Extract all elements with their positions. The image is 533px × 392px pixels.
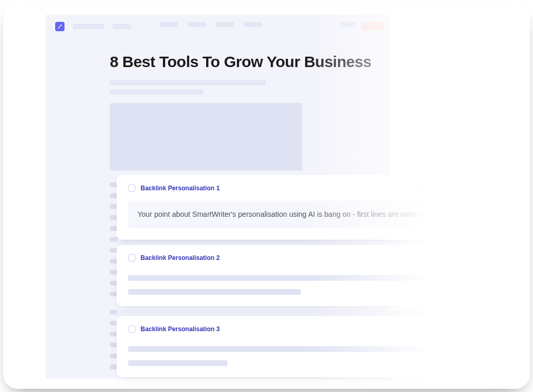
app-frame: 8 Best Tools To Grow Your Business Backl… xyxy=(3,3,530,389)
hero-image-placeholder xyxy=(110,103,302,171)
download-icon[interactable] xyxy=(434,184,442,192)
card-header: Backlink Personalisation 1 xyxy=(128,184,460,192)
nav-right xyxy=(340,22,384,30)
card-header: Backlink Personalisation 2 xyxy=(128,254,460,262)
text-placeholder xyxy=(128,289,301,295)
nav-cta-placeholder[interactable] xyxy=(361,22,384,30)
card-label: Backlink Personalisation 3 xyxy=(141,325,220,333)
card-label: Backlink Personalisation 2 xyxy=(141,254,220,262)
personalisation-card-1: Backlink Personalisation 1 Your point ab… xyxy=(117,175,472,240)
copy-icon[interactable] xyxy=(452,184,460,192)
card-actions xyxy=(416,184,460,192)
personalisation-card-3: Backlink Personalisation 3 xyxy=(117,316,472,377)
card-actions-placeholder xyxy=(428,325,460,333)
card-content: Your point about SmartWriter's personali… xyxy=(128,201,460,228)
select-checkbox[interactable] xyxy=(128,185,135,192)
personalisation-card-2: Backlink Personalisation 2 xyxy=(117,245,472,306)
action-dot[interactable] xyxy=(453,325,460,333)
select-checkbox[interactable] xyxy=(128,254,135,262)
subtitle-placeholder xyxy=(110,89,204,95)
nav-placeholder xyxy=(112,24,131,29)
nav-placeholder xyxy=(244,22,262,27)
select-checkbox[interactable] xyxy=(128,325,135,333)
text-placeholder xyxy=(128,346,460,352)
text-placeholder xyxy=(128,275,460,281)
app-logo-icon[interactable] xyxy=(55,22,65,31)
card-label: Backlink Personalisation 1 xyxy=(141,185,220,192)
regenerate-icon[interactable] xyxy=(416,184,425,192)
action-dot[interactable] xyxy=(453,254,460,262)
card-actions-placeholder xyxy=(428,254,460,262)
action-dot[interactable] xyxy=(440,254,448,262)
nav-placeholder xyxy=(159,22,178,27)
card-header: Backlink Personalisation 3 xyxy=(128,325,460,333)
text-placeholder xyxy=(128,360,227,366)
nav-center xyxy=(159,22,262,27)
action-dot[interactable] xyxy=(440,325,448,333)
svg-rect-1 xyxy=(454,187,458,190)
nav-placeholder xyxy=(340,22,356,27)
nav-placeholder xyxy=(187,22,206,27)
nav-placeholder xyxy=(215,22,234,27)
subtitle-placeholder xyxy=(110,80,266,85)
page-title: 8 Best Tools To Grow Your Business xyxy=(110,53,372,71)
action-dot[interactable] xyxy=(428,325,435,333)
svg-rect-2 xyxy=(453,186,457,189)
nav-placeholder xyxy=(73,24,104,29)
action-dot[interactable] xyxy=(428,254,435,262)
